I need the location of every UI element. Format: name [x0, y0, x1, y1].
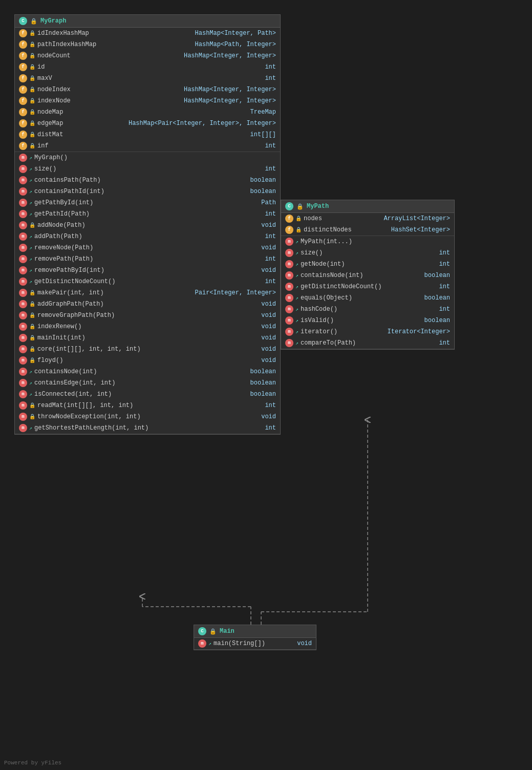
method-icon: m	[19, 334, 27, 342]
field-icon: f	[19, 63, 27, 71]
table-row: f 🔒 distinctNodes HashSet<Integer>	[281, 224, 454, 236]
lock-icon: 🔒	[29, 143, 35, 149]
lock-icon: 🔒	[29, 290, 35, 296]
method-icon: m	[285, 316, 293, 325]
main-lock-icon: 🔒	[209, 628, 217, 635]
method-icon: m	[285, 238, 293, 246]
table-row: m ↗ MyGraph()	[15, 152, 280, 163]
method-icon: m	[285, 294, 293, 302]
method-type: void	[95, 244, 276, 251]
lock-icon: 🔒	[29, 222, 35, 228]
field-type: HashMap<Path, Integer>	[98, 41, 276, 48]
method-name: getDistinctNodeCount()	[34, 278, 115, 285]
table-row: m ↗ equals(Object) boolean	[281, 292, 454, 304]
method-type: Iterator<Integer>	[339, 328, 450, 335]
table-row: m ↗ size() int	[15, 163, 280, 175]
main-class: C 🔒 Main m ↗ main(String[]) void	[194, 625, 316, 650]
table-row: f 🔒 idIndexHashMap HashMap<Integer, Path…	[15, 28, 280, 39]
table-row: m ↗ containsPath(Path) boolean	[15, 175, 280, 186]
method-type: boolean	[365, 272, 450, 279]
table-row: m ↗ main(String[]) void	[194, 638, 316, 649]
field-icon: f	[19, 52, 27, 60]
method-name: containsPathId(int)	[34, 188, 104, 195]
table-row: m 🔒 makePair(int, int) Pair<Integer, Int…	[15, 287, 280, 298]
field-icon: f	[19, 142, 27, 150]
method-name: MyPath(int...)	[301, 238, 352, 245]
lock-icon: 🔒	[29, 324, 35, 330]
table-row: m 🔒 removeGraphPath(Path) void	[15, 310, 280, 321]
method-icon: m	[19, 221, 27, 229]
arrow-icon: ↗	[29, 425, 32, 431]
field-icon: f	[19, 131, 27, 139]
arrow-icon: ↗	[295, 250, 299, 256]
field-icon: f	[19, 40, 27, 49]
table-row: m ↗ removeNode(Path) void	[15, 242, 280, 253]
mypath-header: C 🔒 MyPath	[281, 200, 454, 213]
table-row: m 🔒 floyd() void	[15, 355, 280, 366]
method-icon: m	[19, 401, 27, 410]
method-icon: m	[19, 187, 27, 196]
table-row: m ↗ getPathId(Path) int	[15, 208, 280, 220]
method-name: addGraphPath(Path)	[37, 301, 104, 308]
field-name: nodes	[304, 215, 322, 222]
method-type: void	[143, 346, 276, 353]
method-type: int	[325, 249, 450, 256]
table-row: f 🔒 nodeMap TreeMap	[15, 106, 280, 118]
method-type: int	[95, 255, 276, 263]
method-type: void	[143, 413, 276, 420]
arrow-icon: ↗	[29, 200, 32, 206]
field-icon: f	[19, 74, 27, 82]
arrow-icon: ↗	[29, 245, 32, 251]
table-row: m 🔒 addNode(Path) void	[15, 220, 280, 231]
field-type: int	[47, 63, 276, 71]
method-type: void	[106, 301, 276, 308]
diagram-container: C 🔒 MyGraph f 🔒 idIndexHashMap HashMap<I…	[0, 0, 532, 770]
field-name: nodeIndex	[37, 86, 71, 93]
method-type: boolean	[354, 294, 450, 302]
method-name: iterator()	[301, 328, 337, 335]
table-row: m ↗ MyPath(int...)	[281, 236, 454, 247]
table-row: m ↗ getDistinctNodeCount() int	[15, 276, 280, 287]
table-row: m ↗ iterator() Iterator<Integer>	[281, 326, 454, 337]
method-type: void	[117, 312, 276, 319]
main-methods: m ↗ main(String[]) void	[194, 638, 316, 650]
method-name: removePath(Path)	[34, 255, 93, 263]
method-name: indexRenew()	[37, 323, 81, 330]
field-icon: f	[285, 226, 293, 234]
table-row: m ↗ addPath(Path) int	[15, 231, 280, 242]
lock-icon: 🔒	[29, 64, 35, 70]
arrow-icon: ↗	[295, 239, 299, 245]
method-icon: m	[198, 639, 206, 648]
field-name: inf	[37, 142, 49, 149]
method-icon: m	[19, 199, 27, 207]
table-row: f 🔒 edgeMap HashMap<Pair<Integer, Intege…	[15, 118, 280, 129]
method-icon: m	[285, 271, 293, 280]
method-icon: m	[19, 277, 27, 286]
lock-icon: 🔒	[29, 109, 35, 115]
arrow-icon: ↗	[29, 256, 32, 262]
table-row: m ↗ compareTo(Path) int	[281, 337, 454, 349]
method-icon: m	[19, 424, 27, 432]
arrow-icon: ↗	[29, 391, 32, 397]
method-name: size()	[301, 249, 323, 256]
table-row: m ↗ getNode(int) int	[281, 259, 454, 270]
lock-icon: 🔒	[295, 216, 302, 222]
method-name: main(String[])	[214, 640, 265, 647]
field-type: HashMap<Integer, Path>	[91, 30, 276, 37]
method-name: addNode(Path)	[37, 222, 86, 229]
method-name: throwNodeException(int, int)	[37, 413, 141, 420]
method-icon: m	[19, 289, 27, 297]
method-type: int	[358, 339, 450, 347]
method-type: boolean	[99, 368, 276, 375]
method-type: boolean	[103, 177, 276, 184]
arrow-icon: ↗	[29, 155, 32, 161]
method-icon: m	[19, 323, 27, 331]
main-header: C 🔒 Main	[194, 625, 316, 638]
method-type: int	[135, 402, 276, 409]
field-icon: f	[285, 215, 293, 223]
method-icon: m	[19, 244, 27, 252]
arrow-icon: ↗	[295, 272, 299, 279]
lock-icon: 🔒	[29, 335, 35, 341]
field-name: indexNode	[37, 97, 71, 104]
mypath-lock-icon: 🔒	[296, 203, 304, 210]
